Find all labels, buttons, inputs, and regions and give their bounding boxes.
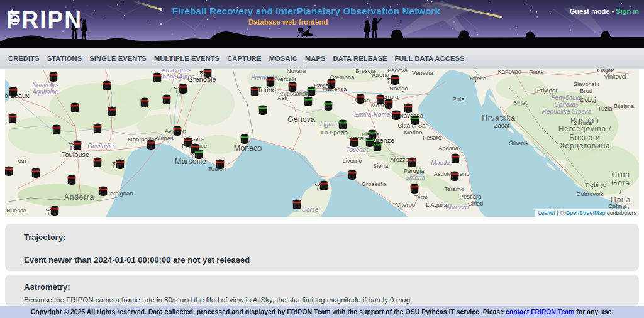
station-marker-red[interactable] — [71, 102, 79, 112]
astrometry-panel: Astrometry: Because the FRIPON camera fr… — [5, 275, 639, 306]
station-marker-red[interactable] — [103, 80, 111, 90]
station-marker-red[interactable] — [9, 113, 16, 123]
station-marker-red[interactable] — [32, 168, 40, 178]
station-marker-red[interactable] — [147, 140, 155, 150]
station-marker-red[interactable] — [357, 94, 364, 104]
station-marker-red[interactable] — [350, 137, 358, 147]
station-marker-red[interactable] — [267, 77, 274, 86]
station-marker-red[interactable] — [94, 123, 101, 133]
station-marker-red[interactable] — [348, 170, 356, 180]
trajectory-panel: Trajectory: Event newer than 2024-01-01 … — [5, 224, 639, 271]
user-session-box: Guest mode • Sign in — [570, 8, 639, 15]
station-marker-red[interactable] — [293, 199, 301, 209]
station-marker-green[interactable] — [366, 137, 374, 147]
footer-text-suffix: for any use. — [574, 308, 613, 315]
station-marker-red[interactable] — [251, 86, 258, 96]
station-marker-red[interactable] — [99, 186, 107, 196]
station-marker-red[interactable] — [408, 157, 416, 167]
trajectory-heading: Trajectory: — [24, 233, 620, 242]
station-marker-red[interactable] — [163, 94, 170, 104]
station-marker-green[interactable] — [411, 115, 419, 125]
photographer-silhouette — [308, 25, 311, 28]
nav-item-maps[interactable]: MAPS — [305, 55, 326, 62]
logo-text-right: N — [64, 8, 82, 31]
attribution-suffix: contributors — [605, 210, 636, 216]
station-marker-red[interactable] — [216, 159, 224, 169]
station-marker-green[interactable] — [308, 86, 315, 96]
station-marker-red[interactable] — [5, 166, 13, 176]
station-marker-red[interactable] — [377, 94, 384, 104]
station-marker-green[interactable] — [259, 105, 267, 115]
nav-item-full-data-access[interactable]: FULL DATA ACCESS — [394, 55, 464, 62]
observatory-dome — [525, 32, 536, 40]
astrometry-message: Because the FRIPON camera frame rate in … — [24, 296, 620, 304]
guest-mode-label: Guest mode — [570, 8, 610, 15]
nav-item-single-events[interactable]: SINGLE EVENTS — [89, 55, 147, 62]
station-marker-red[interactable] — [184, 137, 192, 147]
nav-item-mosaic[interactable]: MOSAIC — [269, 55, 297, 62]
nav-item-capture[interactable]: CAPTURE — [227, 55, 262, 62]
station-marker-red[interactable] — [328, 79, 335, 88]
nav-item-multiple-events[interactable]: MULTIPLE EVENTS — [154, 55, 219, 62]
station-marker-red[interactable] — [50, 72, 57, 81]
comet-o-icon — [7, 8, 23, 26]
astrometry-heading: Astrometry: — [24, 282, 620, 292]
station-marker-green[interactable] — [304, 96, 312, 106]
station-marker-red[interactable] — [289, 82, 296, 92]
station-marker-green[interactable] — [241, 134, 248, 144]
fripon-logo[interactable]: FRIP N — [6, 8, 82, 31]
nav-item-credits[interactable]: CREDITS — [8, 55, 40, 62]
map-attribution: Leaflet | © OpenStreetMap contributors — [535, 209, 639, 217]
station-marker-red[interactable] — [94, 157, 101, 167]
sign-in-link[interactable]: Sign in — [616, 8, 639, 15]
station-marker-red[interactable] — [392, 110, 400, 120]
page-title: Fireball Recovery and InterPlanetary Obs… — [0, 6, 628, 16]
header-banner: FRIP N Fireball Recovery and InterPlanet… — [0, 0, 644, 48]
station-marker-red[interactable] — [451, 171, 458, 181]
page-subtitle: Database web frontend — [0, 18, 610, 26]
station-marker-red[interactable] — [452, 153, 459, 163]
station-marker-red[interactable] — [141, 97, 148, 107]
nav-item-stations[interactable]: STATIONS — [47, 55, 82, 62]
station-marker-red[interactable] — [9, 87, 17, 97]
station-marker-green[interactable] — [339, 119, 347, 129]
station-marker-green[interactable] — [374, 141, 381, 151]
station-marker-red[interactable] — [404, 103, 412, 113]
nav-item-data-release[interactable]: DATA RELEASE — [333, 55, 387, 62]
separator-dot: • — [611, 8, 614, 15]
trajectory-message: Event newer than 2024-01-01 00:00:00 are… — [24, 255, 620, 265]
station-marker-red[interactable] — [68, 175, 75, 185]
contact-fripon-link[interactable]: contact FRIPON Team — [506, 308, 575, 315]
leaflet-link[interactable]: Leaflet — [538, 210, 555, 216]
station-marker-red[interactable] — [153, 72, 161, 82]
station-marker-red[interactable] — [108, 106, 116, 116]
footer: Copyright © 2025 All rights reserved. Da… — [0, 306, 644, 318]
station-map[interactable]: Leaflet | © OpenStreetMap contributors B… — [5, 69, 639, 217]
openstreetmap-link[interactable]: OpenStreetMap — [565, 210, 606, 216]
station-marker-red[interactable] — [174, 126, 181, 136]
station-marker-red[interactable] — [411, 184, 418, 194]
attribution-separator: | © — [555, 210, 565, 216]
station-marker-red[interactable] — [53, 124, 60, 134]
footer-text: Copyright © 2025 All rights reserved. Da… — [31, 308, 506, 315]
main-nav: CREDITSSTATIONSSINGLE EVENTSMULTIPLE EVE… — [0, 48, 644, 69]
station-marker-red[interactable] — [385, 99, 392, 109]
station-marker-green[interactable] — [325, 101, 332, 111]
